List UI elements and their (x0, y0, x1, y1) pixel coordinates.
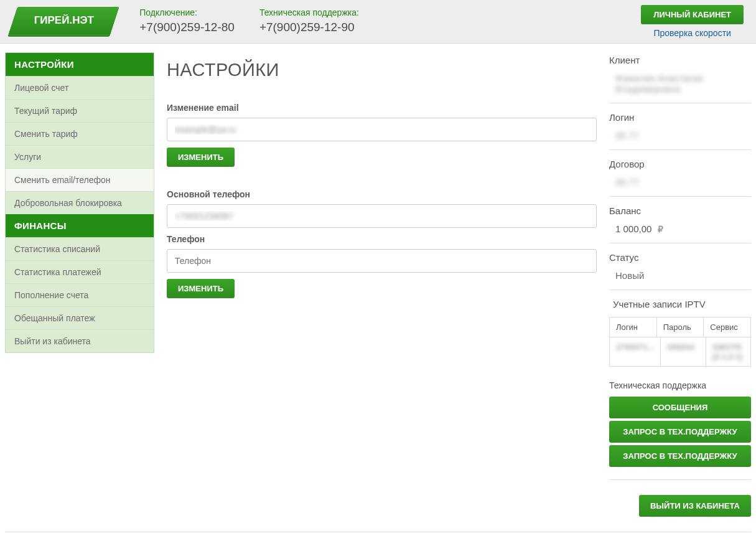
iptv-label: Учетные записи IPTV (609, 299, 751, 317)
main-content: НАСТРОЙКИ Изменение email ИЗМЕНИТЬ Основ… (163, 52, 600, 517)
sidebar-item[interactable]: Обещанный платеж (6, 306, 154, 329)
email-label: Изменение email (167, 103, 597, 113)
support-label: Техническая поддержка: (259, 7, 359, 19)
speed-check-link[interactable]: Проверка скорости (653, 28, 730, 38)
status-value: Новый (609, 270, 751, 290)
sidebar-item[interactable]: Текущий тариф (6, 99, 154, 122)
footer-divider (5, 532, 751, 532)
login-label: Логин (609, 112, 751, 130)
messages-button[interactable]: СООБЩЕНИЯ (609, 397, 751, 418)
cabinet-button[interactable]: ЛИЧНЫЙ КАБИНЕТ (641, 5, 744, 24)
email-form: Изменение email ИЗМЕНИТЬ (167, 103, 597, 167)
phone-label: Телефон (167, 234, 597, 244)
top-right: ЛИЧНЫЙ КАБИНЕТ Проверка скорости (641, 5, 744, 38)
iptv-header-cell: Пароль (656, 318, 704, 337)
balance-value: 1 000,00 (615, 224, 651, 234)
iptv-cell: SMOTR (2.1.2.1) (706, 337, 750, 366)
sidebar-header: НАСТРОЙКИ (6, 53, 154, 76)
contract-label: Договор (609, 159, 751, 177)
sidebar-item[interactable]: Сменить email/телефон (6, 168, 154, 191)
sidebar-item[interactable]: Сменить тариф (6, 122, 154, 145)
status-label: Статус (609, 252, 751, 270)
connect-label: Подключение: (139, 7, 235, 19)
tech-support-label: Техническая поддержка (609, 380, 751, 390)
email-input[interactable] (167, 118, 597, 141)
ruble-icon: ₽ (658, 224, 663, 234)
balance-label: Баланс (609, 205, 751, 224)
ticket-button-1[interactable]: ЗАПРОС В ТЕХ.ПОДДЕРЖКУ (609, 421, 751, 443)
info-sidebar: Клиент Фамилия Анастасия Владимировна Ло… (609, 52, 751, 517)
iptv-table: ЛогинПарольСервис 2796071...096044SMOTR … (609, 317, 751, 367)
brand-logo[interactable]: ГИРЕЙ.НЭТ (7, 7, 119, 37)
iptv-cell: 2796071... (610, 337, 660, 366)
client-value: Фамилия Анастасия Владимировна (609, 73, 751, 103)
sidebar: НАСТРОЙКИЛицевой счетТекущий тарифСменит… (5, 52, 154, 517)
sidebar-item[interactable]: Пополнение счета (6, 283, 154, 306)
page-title: НАСТРОЙКИ (167, 60, 597, 80)
connect-block: Подключение: +7(900)259-12-80 (139, 7, 235, 35)
sidebar-item[interactable]: Статистика списаний (6, 237, 154, 260)
topbar: ГИРЕЙ.НЭТ Подключение: +7(900)259-12-80 … (0, 0, 756, 44)
change-phone-button[interactable]: ИЗМЕНИТЬ (167, 279, 235, 298)
contract-value: 06.77 (609, 177, 751, 197)
sidebar-item[interactable]: Лицевой счет (6, 76, 154, 99)
main-phone-input[interactable] (167, 204, 597, 228)
login-value: 06.77 (609, 130, 751, 150)
brand-text: ГИРЕЙ.НЭТ (34, 14, 94, 27)
sidebar-item[interactable]: Статистика платежей (6, 260, 154, 283)
support-phone: +7(900)259-12-90 (259, 19, 359, 36)
sidebar-header: ФИНАНСЫ (6, 214, 154, 237)
ticket-button-2[interactable]: ЗАПРОС В ТЕХ.ПОДДЕРЖКУ (609, 445, 751, 467)
support-block: Техническая поддержка: +7(900)259-12-90 (259, 7, 359, 35)
logout-button[interactable]: ВЫЙТИ ИЗ КАБИНЕТА (639, 495, 751, 517)
connect-phone: +7(900)259-12-80 (139, 19, 235, 36)
divider (609, 479, 751, 480)
main-phone-label: Основной телефон (167, 189, 597, 199)
sidebar-item[interactable]: Выйти из кабинета (6, 329, 154, 352)
phone-input[interactable] (167, 249, 597, 273)
change-email-button[interactable]: ИЗМЕНИТЬ (167, 148, 235, 167)
sidebar-item[interactable]: Услуги (6, 145, 154, 168)
iptv-header-cell: Сервис (703, 318, 750, 337)
phone-form: Основной телефон Телефон ИЗМЕНИТЬ (167, 189, 597, 298)
sidebar-item[interactable]: Добровольная блокировка (6, 191, 154, 214)
client-label: Клиент (609, 55, 751, 73)
iptv-cell: 096044 (660, 337, 705, 366)
iptv-header-cell: Логин (610, 318, 656, 337)
